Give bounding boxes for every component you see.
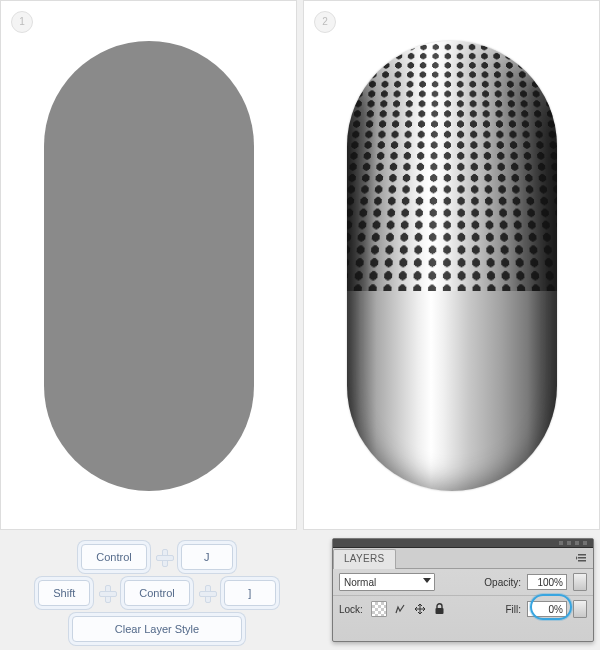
blend-mode-value: Normal <box>344 577 376 588</box>
capsule-flat-shape <box>44 41 254 491</box>
plus-icon <box>98 584 116 602</box>
clear-layer-style-button[interactable]: Clear Layer Style <box>72 616 242 642</box>
lock-label: Lock: <box>339 604 363 615</box>
lock-position-icon[interactable] <box>413 602 427 616</box>
chevron-down-icon <box>423 578 431 583</box>
blend-opacity-row: Normal Opacity: 100% <box>333 569 593 596</box>
shortcut-row: Clear Layer Style <box>72 616 242 642</box>
panel-dock-strip[interactable] <box>333 539 593 548</box>
hamburger-icon <box>576 553 588 563</box>
lock-transparency-icon[interactable] <box>371 601 387 617</box>
stage-1: 1 <box>0 0 297 530</box>
key-j[interactable]: J <box>181 544 233 570</box>
fill-stepper[interactable] <box>573 600 587 618</box>
panel-tabs: LAYERS <box>333 548 593 569</box>
tab-layers[interactable]: LAYERS <box>333 549 396 569</box>
shortcut-row: Shift Control ] <box>38 580 275 606</box>
stage-badge: 2 <box>314 11 336 33</box>
layers-panel: LAYERS Normal Opacity: 100% Lock: <box>332 538 594 642</box>
mesh-zone <box>347 41 557 291</box>
svg-rect-4 <box>436 608 444 614</box>
blend-mode-select[interactable]: Normal <box>339 573 435 591</box>
key-control[interactable]: Control <box>124 580 189 606</box>
fill-label: Fill: <box>505 604 521 615</box>
key-bracket[interactable]: ] <box>224 580 276 606</box>
key-control[interactable]: Control <box>81 544 146 570</box>
fill-input[interactable]: 0% <box>527 601 567 617</box>
mesh-shading <box>347 41 557 291</box>
svg-rect-0 <box>578 554 586 556</box>
lock-all-icon[interactable] <box>433 602 447 616</box>
lock-image-icon[interactable] <box>393 602 407 616</box>
stage-2: 2 <box>303 0 600 530</box>
svg-marker-3 <box>576 556 578 560</box>
key-shift[interactable]: Shift <box>38 580 90 606</box>
opacity-label: Opacity: <box>484 577 521 588</box>
fill-value: 0% <box>549 604 563 615</box>
svg-rect-1 <box>578 557 586 559</box>
lock-buttons <box>371 601 447 617</box>
shortcut-row: Control J <box>81 544 232 570</box>
capsule-metal-shape <box>347 41 557 491</box>
keyboard-shortcuts: Control J Shift Control ] Clear Layer St… <box>6 538 308 642</box>
plus-icon <box>155 548 173 566</box>
lock-fill-row: Lock: Fill: 0% <box>333 596 593 622</box>
opacity-input[interactable]: 100% <box>527 574 567 590</box>
stage-badge: 1 <box>11 11 33 33</box>
opacity-value: 100% <box>537 577 563 588</box>
opacity-stepper[interactable] <box>573 573 587 591</box>
panel-menu-button[interactable] <box>571 548 593 568</box>
plus-icon <box>198 584 216 602</box>
svg-rect-2 <box>578 560 586 562</box>
